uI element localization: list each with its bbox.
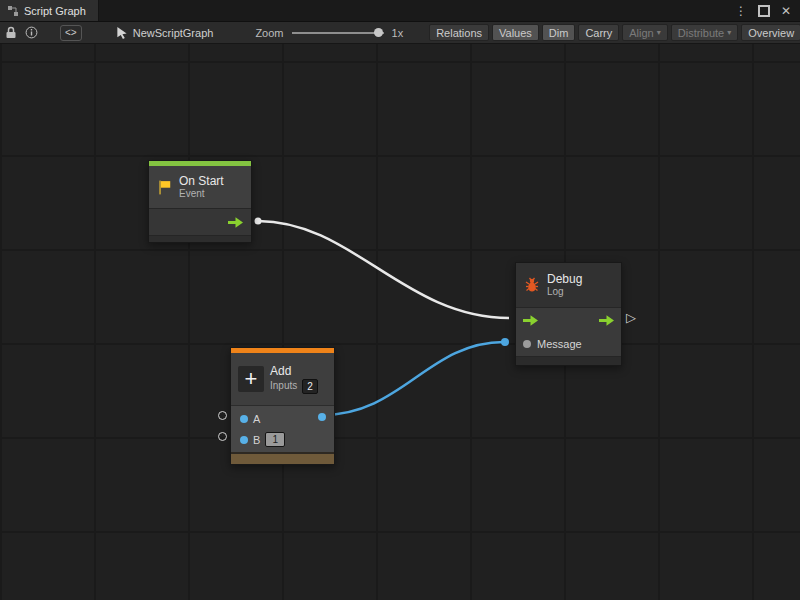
zoom-label: Zoom	[255, 27, 283, 39]
graph-toolbar: <> NewScriptGraph Zoom 1x Relations Valu…	[0, 21, 800, 44]
value-output-port[interactable]	[318, 413, 326, 421]
debug-message-row: Message	[516, 332, 621, 356]
port-a-label: A	[253, 413, 260, 425]
add-footer	[231, 452, 334, 464]
debug-footer	[516, 356, 621, 365]
relations-button[interactable]: Relations	[429, 24, 489, 41]
add-header: + Add Inputs 2	[231, 353, 334, 405]
node-debug-log[interactable]: Debug Log Message	[515, 262, 622, 366]
lock-icon[interactable]	[5, 26, 17, 39]
node-on-start[interactable]: On Start Event	[148, 160, 252, 243]
zoom-slider[interactable]	[292, 26, 384, 39]
window-menu-button[interactable]: ⋮	[735, 5, 747, 17]
carry-button[interactable]: Carry	[578, 24, 619, 41]
window-controls: ⋮ ✕	[735, 0, 800, 21]
value-wire[interactable]	[322, 342, 504, 415]
zoom-slider-track	[292, 32, 384, 34]
node-title: On Start	[179, 174, 224, 188]
debug-titles: Debug Log	[547, 272, 582, 298]
port-b-value-field[interactable]: 1	[265, 432, 285, 447]
add-titles: Add Inputs 2	[270, 364, 318, 393]
graph-selector[interactable]: NewScriptGraph	[116, 26, 214, 39]
wires-layer	[0, 44, 800, 600]
info-icon[interactable]	[25, 26, 38, 39]
values-button[interactable]: Values	[492, 24, 539, 41]
chevron-down-icon: ▾	[657, 29, 661, 37]
titlebar: Script Graph ⋮ ✕	[0, 0, 800, 21]
script-graph-window: Script Graph ⋮ ✕ <> NewS	[0, 0, 800, 600]
close-button[interactable]: ✕	[781, 5, 791, 17]
dim-button[interactable]: Dim	[542, 24, 576, 41]
graph-name-label: NewScriptGraph	[133, 27, 214, 39]
on-start-footer	[149, 235, 251, 242]
port-b-label: B	[253, 434, 260, 446]
node-add[interactable]: + Add Inputs 2 A B 1	[230, 347, 335, 465]
node-title: Debug	[547, 272, 582, 286]
flow-output-port[interactable]	[599, 315, 614, 326]
inputs-row: Inputs 2	[270, 379, 318, 394]
message-input-port[interactable]	[523, 340, 531, 348]
unconnected-flow-port-icon[interactable]: ▷	[626, 311, 636, 324]
flow-wire-start-dot	[255, 218, 262, 225]
debug-flow-row	[516, 308, 621, 332]
on-start-header: On Start Event	[149, 166, 251, 208]
plus-icon: +	[238, 366, 264, 392]
unconnected-value-port-b-icon[interactable]	[218, 432, 227, 441]
node-subtitle: Event	[179, 188, 224, 200]
tab-script-graph[interactable]: Script Graph	[0, 0, 99, 21]
flow-output-port[interactable]	[228, 217, 243, 228]
node-subtitle: Log	[547, 286, 582, 298]
graph-canvas[interactable]: On Start Event	[0, 44, 800, 600]
node-title: Add	[270, 364, 318, 378]
debug-body: Message	[516, 307, 621, 356]
value-wire-end-dot	[501, 338, 509, 346]
align-button[interactable]: Align ▾	[622, 24, 667, 41]
script-graph-icon	[7, 5, 19, 17]
message-port-label: Message	[537, 338, 582, 350]
chevron-down-icon: ▾	[727, 29, 731, 37]
overview-button[interactable]: Overview	[741, 24, 800, 41]
inputs-label: Inputs	[270, 380, 297, 392]
code-view-icon[interactable]: <>	[60, 25, 82, 41]
value-input-port-b[interactable]	[240, 436, 248, 444]
flag-icon	[156, 179, 173, 196]
add-port-b-row: B 1	[231, 429, 334, 450]
toolbar-buttons: Relations Values Dim Carry Align ▾ Distr…	[429, 24, 800, 41]
distribute-button[interactable]: Distribute ▾	[671, 24, 738, 41]
on-start-titles: On Start Event	[179, 174, 224, 200]
zoom-value: 1x	[392, 27, 404, 39]
value-input-port-a[interactable]	[240, 415, 248, 423]
unconnected-value-port-a-icon[interactable]	[218, 411, 227, 420]
maximize-button[interactable]	[758, 5, 770, 17]
tab-title: Script Graph	[24, 5, 86, 17]
graph-pointer-icon	[116, 26, 128, 39]
on-start-body	[149, 208, 251, 235]
debug-header: Debug Log	[516, 263, 621, 307]
flow-wire[interactable]	[258, 221, 509, 318]
add-body: A B 1	[231, 405, 334, 452]
zoom-slider-handle[interactable]	[374, 28, 383, 37]
flow-input-port[interactable]	[523, 315, 538, 326]
inputs-count-field[interactable]: 2	[302, 379, 318, 394]
bug-icon	[523, 277, 541, 293]
